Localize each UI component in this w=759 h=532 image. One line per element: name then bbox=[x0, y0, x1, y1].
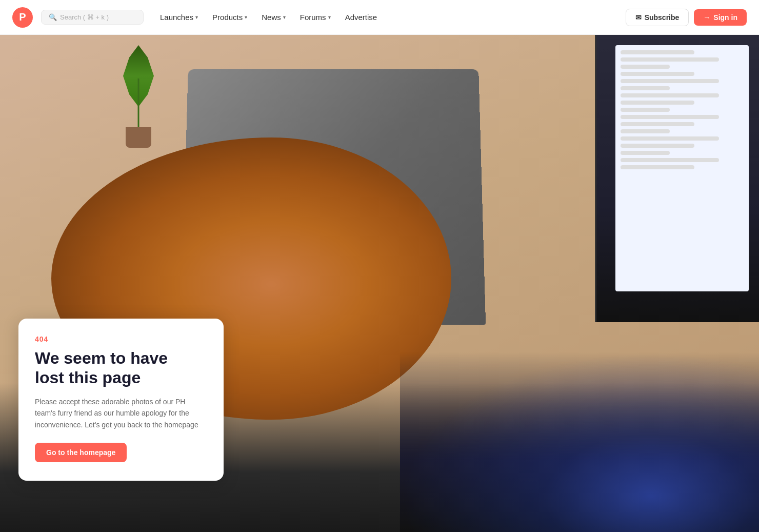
error-code: 404 bbox=[35, 335, 207, 343]
chevron-down-icon: ▾ bbox=[195, 14, 198, 20]
brand-logo[interactable]: P bbox=[12, 7, 33, 28]
signin-icon: → bbox=[703, 13, 710, 22]
nav-item-launches[interactable]: Launches ▾ bbox=[154, 9, 204, 26]
subscribe-icon: ✉ bbox=[635, 13, 642, 22]
nav-item-forums[interactable]: Forums ▾ bbox=[294, 9, 337, 26]
nav-item-advertise[interactable]: Advertise bbox=[339, 9, 384, 26]
error-card: 404 We seem to have lost this page Pleas… bbox=[18, 319, 224, 481]
keyboard-decoration bbox=[400, 352, 759, 532]
monitor-screen bbox=[615, 45, 749, 291]
chevron-down-icon: ▾ bbox=[328, 14, 331, 20]
error-heading: We seem to have lost this page bbox=[35, 348, 207, 388]
chevron-down-icon: ▾ bbox=[283, 14, 286, 20]
nav-item-products[interactable]: Products ▾ bbox=[206, 9, 253, 26]
signin-button[interactable]: → Sign in bbox=[694, 9, 747, 26]
search-bar[interactable]: 🔍 Search ( ⌘ + k ) bbox=[41, 10, 144, 25]
search-icon: 🔍 bbox=[49, 13, 57, 21]
nav-item-news[interactable]: News ▾ bbox=[255, 9, 292, 26]
monitor-prop bbox=[595, 35, 759, 322]
navbar: P 🔍 Search ( ⌘ + k ) Launches ▾ Products… bbox=[0, 0, 759, 35]
nav-links: Launches ▾ Products ▾ News ▾ Forums ▾ Ad… bbox=[154, 9, 622, 26]
search-placeholder: Search ( ⌘ + k ) bbox=[60, 13, 109, 21]
chevron-down-icon: ▾ bbox=[245, 14, 247, 20]
error-description: Please accept these adorable photos of o… bbox=[35, 396, 207, 430]
hero-section: 🍎 404 We seem to have bbox=[0, 35, 759, 532]
nav-actions: ✉ Subscribe → Sign in bbox=[626, 9, 747, 26]
go-to-homepage-button[interactable]: Go to the homepage bbox=[35, 443, 127, 462]
plant-decoration bbox=[118, 55, 159, 148]
subscribe-button[interactable]: ✉ Subscribe bbox=[626, 9, 689, 26]
